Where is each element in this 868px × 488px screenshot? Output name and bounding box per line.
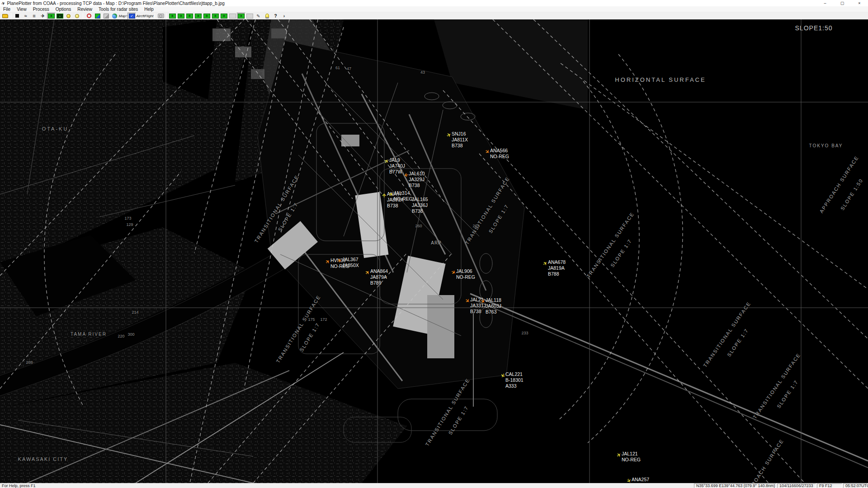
aircraft-reg: NO-REG (394, 196, 413, 202)
menu-item-view[interactable]: View (14, 6, 30, 12)
map-chart-icon: ✈ (186, 14, 193, 19)
clock-icon (66, 14, 71, 18)
no-entry-icon (87, 14, 91, 18)
map-chart-icon: ✈ (203, 14, 210, 19)
open-folder-icon (2, 14, 8, 18)
map-chart-icon: ✈ (169, 14, 176, 19)
chart-5-button[interactable]: ✈ (203, 13, 211, 19)
aircraft-tag: JAL314NO-REG (394, 190, 413, 202)
chart-7-button[interactable]: ✈ (220, 13, 228, 19)
clock-icon (75, 14, 79, 18)
title-bar: ✈ PlanePlotter from COAA - processing TC… (0, 0, 868, 6)
app-icon: ✈ (0, 0, 6, 6)
map-chart-icon: ✈ (178, 14, 184, 19)
dark-chart-icon: • (57, 14, 63, 19)
chart-4-button[interactable]: ✈ (194, 13, 203, 19)
menu-item-process[interactable]: Process (30, 6, 52, 12)
aircraft-tag: ANA864JA879AB789 (370, 268, 388, 286)
message-list-button[interactable]: ≡ (30, 13, 38, 19)
aircraft-reg: JA879A (370, 274, 388, 280)
toolbar-separator (166, 13, 167, 19)
menu-item-help[interactable]: Help (141, 6, 157, 12)
context-help-button[interactable]: ? (271, 13, 280, 19)
stop-sharing-button[interactable] (85, 13, 93, 19)
map-window-button[interactable]: ✈ (47, 13, 56, 19)
aircraft-view-icon: ✈ (41, 14, 45, 19)
map-chart-icon: ✈ (212, 14, 219, 19)
aircraft-icon: ✈ (403, 172, 409, 178)
map-label-slope1-50: SLOPE1:50 (795, 24, 833, 32)
menu-item-tools-for-radar-sites[interactable]: Tools for radar sites (95, 6, 141, 12)
maximize-button[interactable]: ▢ (834, 0, 851, 6)
sharing-icon (95, 14, 100, 19)
chart-6-button[interactable]: ✈ (211, 13, 220, 19)
map-up-button[interactable]: Map↑ (119, 13, 127, 19)
map-label-tokyo-bay: TOKYO BAY (809, 143, 843, 148)
map-label-arp: ARP (431, 240, 442, 245)
chart-9-button[interactable]: ✈ (237, 13, 245, 19)
aircraft-icon: ✈ (382, 193, 387, 197)
stop-button[interactable] (13, 13, 21, 19)
chart-8-disabled-button[interactable] (228, 13, 237, 19)
aircraft-callsign: JAL165 (412, 197, 428, 202)
signal-wave-button[interactable]: ≈ (21, 13, 30, 19)
aircraft-callsign: JAL610 (409, 171, 425, 177)
toolbar-separator (83, 13, 83, 19)
toolbar-separator (11, 13, 11, 19)
clock-utc-button[interactable] (64, 13, 73, 19)
snapshot-disabled-button[interactable] (156, 13, 165, 19)
toolbar-overflow-button[interactable]: › (280, 13, 288, 19)
chart-10-disabled-button[interactable] (245, 13, 254, 19)
map-label-129: 129 (126, 222, 133, 227)
status-function-keys: F9 F12 (817, 483, 842, 488)
menu-item-file[interactable]: File (0, 6, 14, 12)
aircraft-type: B788 (548, 271, 566, 277)
aircraft-tag: JAL118JA603JB763 (486, 297, 501, 315)
map-label-233: 233 (521, 331, 528, 335)
minimize-button[interactable]: – (816, 0, 834, 6)
open-file-button[interactable] (1, 13, 9, 19)
map-label-288: 288 (26, 360, 33, 365)
status-position: N35°33.699 E139°44.763 (079.9° 140.8nm) (694, 483, 776, 488)
chart-window-dark-button[interactable]: • (56, 13, 64, 19)
aircraft-tag: ANA678JA819AB788 (548, 259, 566, 277)
aircraft-labels-button[interactable]: Aircft (136, 13, 145, 19)
aircraft-reg: JA329J (409, 177, 425, 183)
signal-wave-icon: ≈ (24, 14, 27, 19)
chart-1-button[interactable]: ✈ (168, 13, 177, 19)
camera-icon (158, 14, 164, 18)
chart-3-button[interactable]: ✈ (185, 13, 194, 19)
aircraft-tag: JAL121NO-REG (622, 451, 641, 463)
menu-item-review[interactable]: Review (74, 6, 95, 12)
map-viewport[interactable]: SLOPE1:50HORIZONTAL SURFACETOKYO BAYOTA-… (0, 19, 868, 483)
aircraft-callsign: JAL314 (394, 190, 413, 196)
status-bar: For Help, press F1 N35°33.699 E139°44.76… (0, 483, 868, 488)
tip-of-day-button[interactable] (263, 13, 271, 19)
aircraft-tag: JAL906NO-REG (456, 268, 475, 280)
map-chart-icon: ✈ (238, 14, 245, 19)
aircraft-reg: B-18301 (505, 377, 524, 383)
aircraft-view-button[interactable]: ✈ (38, 13, 47, 19)
world-view-button[interactable] (110, 13, 119, 19)
sharing-master-button[interactable] (93, 13, 102, 19)
map-chart-icon: ✈ (195, 14, 202, 19)
flight-labels-button[interactable]: Flight (145, 13, 153, 19)
menu-bar: FileViewProcessOptionsReviewTools for ra… (0, 6, 868, 12)
clock-local-button[interactable] (73, 13, 81, 19)
chart-2-button[interactable]: ✈ (177, 13, 185, 19)
map-chart-icon: ✈ (221, 14, 227, 19)
menu-item-options[interactable]: Options (52, 6, 74, 12)
close-button[interactable]: × (851, 0, 868, 6)
chart-background (0, 19, 868, 483)
planeplotter-window: ✈ PlanePlotter from COAA - processing TC… (0, 0, 868, 488)
aircraft-tag: JAL367JA850X (342, 257, 359, 268)
map-chart-icon: ✈ (48, 14, 55, 19)
mark-mode-button[interactable]: ✓ (127, 13, 136, 19)
map-label-172: 172 (320, 317, 327, 322)
toolbar-separator (155, 13, 155, 19)
tools-disabled-button[interactable] (102, 13, 110, 19)
map-label-ota-ku: OTA-KU (42, 126, 69, 131)
mark-icon: ✓ (129, 14, 135, 19)
draw-line-button[interactable]: ✎ (254, 13, 263, 19)
aircraft-type: B738 (409, 183, 425, 188)
